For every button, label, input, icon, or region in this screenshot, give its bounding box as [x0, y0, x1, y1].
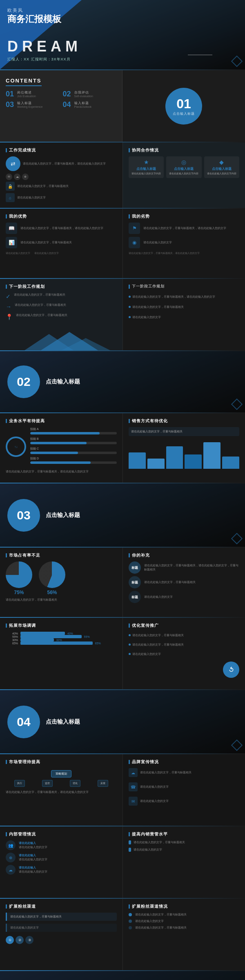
- skill-bar-bg-2: [30, 442, 117, 444]
- mgmt-layout: 市场管理待提高 策略规划 执行 监控 优化 反馈 请在此处输入您的文字，尽量与标…: [0, 754, 245, 826]
- slide02-num-section: 02 点击输入标题: [7, 365, 80, 398]
- mountain-deco: [0, 330, 122, 350]
- contents-item-2: 02 自我评估 Self-evaluation: [63, 90, 117, 98]
- sales-bar-3: [166, 446, 183, 469]
- work-layout: 工作完成情况 ⇄ 请在此处输入您的文字，尽量与标题相关，请在此处输入您的文字 ✉…: [0, 143, 245, 208]
- strengths-left: 我的优势 📖 请在此处输入您的文字，尽量与标题相关，请在此处输入您的文字 📊 请…: [0, 209, 122, 278]
- level-text-2: 请在此处输入您的文字: [134, 848, 162, 852]
- internal-item-1: 👥 请在此处输入 请在此处输入您的文字: [6, 840, 117, 850]
- skill-bar-fill-2: [30, 442, 87, 444]
- contents-item-label-3: 输入标题: [17, 101, 60, 105]
- fan-left: 扩展粉丝渠道 请在此处输入您的文字，尽量与标题相关 请在此处输入您的文字 ① ②…: [0, 899, 122, 970]
- weakness-text-1: 请在此处输入您的文字，尽量与标题相关，请在此处输入您的文字: [143, 226, 226, 230]
- opt-item-2: 请在此处输入您的文字，尽量与标题相关: [129, 643, 239, 646]
- strength-item-2: 📊 请在此处输入您的文字，尽量与标题相关: [6, 237, 117, 248]
- adv-circle-1: 标题: [129, 561, 141, 574]
- slide-expansion: 拓展市场调调 40% 40% 55% 55% 30% 30%: [0, 618, 245, 689]
- coop-card-title-2: 点击输入标题: [169, 167, 199, 171]
- slide04-num-section: 04 点击输入标题: [7, 706, 80, 738]
- share-icons: ✉ ☁ ⊕: [6, 174, 117, 180]
- exp-fill-4: [20, 641, 93, 645]
- plan-icon-3: 📍: [6, 314, 13, 320]
- skills-left: 业务水平有待提高 ↑↓ 技能 A 技能 B: [0, 413, 122, 483]
- slide-thanks: 感谢您的观看 DREAM: [0, 971, 245, 980]
- slide-02: 02 点击输入标题: [0, 351, 245, 412]
- cover-title: 商务汇报模板: [7, 14, 61, 24]
- pie-chart-1: [6, 561, 32, 588]
- mgmt-node-center: 策略规划: [51, 770, 71, 777]
- level-item-1: 请在此处输入您的文字，尽量与标题相关: [129, 840, 239, 844]
- skill-bar-label-3: 技能 C: [30, 447, 117, 451]
- weakness-note: 请在此处输入您的文字，尽量与标题相关，请在此处输入您的文字: [129, 252, 239, 255]
- internal-right: 提高内销营管水平 请在此处输入您的文字，尽量与标题相关 请在此处输入您的文字: [122, 826, 245, 898]
- slide03-label: 点击输入标题: [46, 512, 80, 519]
- internal-text-2: 请在此处输入您的文字: [19, 858, 47, 862]
- slide-work: 工作完成情况 ⇄ 请在此处输入您的文字，尽量与标题相关，请在此处输入您的文字 ✉…: [0, 143, 245, 208]
- fan-items: 请在此处输入您的文字，尽量与标题相关 请在此处输入您的文字: [6, 913, 117, 932]
- slide02-num: 02: [17, 376, 30, 388]
- internal-icon-1: 👥: [6, 840, 16, 850]
- skill-bar-label-1: 技能 A: [30, 427, 117, 431]
- internal-level-items: 请在此处输入您的文字，尽量与标题相关 请在此处输入您的文字: [129, 840, 239, 852]
- brand-title: 品牌宣传情况: [129, 759, 239, 765]
- work-text-3: 请在此处输入您的文字: [17, 196, 46, 200]
- mgmt-bottom-nodes: 执行 监控 优化 反馈: [6, 780, 117, 787]
- mgmt-left: 市场管理待提高 策略规划 执行 监控 优化 反馈 请在此处输入您的文字，尽量与标…: [0, 754, 122, 826]
- skill-bar-1: 技能 A: [30, 427, 117, 434]
- market-layout: 市场占有率不足 75% 56% 请在此处输入您的文字，尽量与标题相关 你的补充 …: [0, 548, 245, 617]
- sales-level-item-2: 请在此处输入您的文字: [129, 919, 239, 923]
- market-pie-2: 56%: [39, 561, 65, 595]
- contents-item-text-2: 自我评估 Self-evaluation: [74, 90, 117, 98]
- contents-item-4: 04 输入标题 Plan&Outlook: [63, 101, 117, 108]
- brand-icon-3: ✉: [129, 797, 138, 806]
- plan-items: ✓ 请在此处输入您的文字，尽量与标题相关 → 请在此处输入您的文字，尽量与标题相…: [6, 293, 117, 320]
- weakness-text-2: 请在此处输入您的文字: [143, 241, 172, 245]
- weakness-item-2: ◉ 请在此处输入您的文字: [129, 237, 239, 248]
- plan-right-items: 请在此处输入您的文字，尽量与标题相关，请在此处输入您的文字 请在此处输入您的文字…: [129, 293, 239, 321]
- contents-item-text-4: 输入标题 Plan&Outlook: [74, 101, 117, 108]
- coop-title: 协同合作情况: [129, 147, 239, 153]
- coop-card-icon-1: ★: [131, 159, 161, 165]
- adv-text-3: 请在此处输入您的文字: [144, 595, 173, 599]
- skill-bar-bg-4: [30, 461, 117, 464]
- strength-tags: 请在此处输入您的文字 请在此处输入您的文字: [6, 252, 117, 255]
- contents-item-sub-1: Job Evaluation: [17, 95, 60, 98]
- work-item-1: ⇄ 请在此处输入您的文字，尽量与标题相关，请在此处输入您的文字: [6, 156, 117, 171]
- mgmt-visual: 策略规划 执行 监控 优化 反馈 请在此处输入您的文字，尽量与标题相关，请在此处…: [6, 769, 117, 794]
- contents-layout: CONTENTS 01 岗位概述 Job Evaluation 02 自我评估 …: [0, 70, 245, 142]
- adv-item-2: 标题 请在此处输入您的文字，尽量与标题相关: [129, 576, 239, 588]
- strengths-title: 我的优势: [6, 214, 117, 219]
- adv-circle-3: 标题: [129, 591, 141, 603]
- optimize-title: 优化宣传推广: [129, 623, 239, 628]
- contents-grid: 01 岗位概述 Job Evaluation 02 自我评估 Self-eval…: [6, 90, 116, 108]
- weaknesses-title: 我的劣势: [129, 214, 239, 219]
- slide-market: 市场占有率不足 75% 56% 请在此处输入您的文字，尽量与标题相关 你的补充 …: [0, 548, 245, 617]
- slide03-circle: 03: [7, 499, 40, 532]
- weakness-icon-1: ⚑: [129, 223, 140, 234]
- sales-right: 销售方式有待优化 请在此处输入您的文字，尽量与标题相关: [122, 413, 245, 483]
- advantage-items: 标题 请在此处输入您的文字，尽量与标题相关，请在此处输入您的文字，尽量与标题相关…: [129, 561, 239, 603]
- slide-04: 04 点击输入标题: [0, 690, 245, 753]
- skills-title: 业务水平有待提高: [6, 418, 117, 424]
- skill-bar-label-2: 技能 B: [30, 437, 117, 441]
- plan-right-item-2: 请在此处输入您的文字，尽量与标题相关: [129, 305, 239, 309]
- work-title: 工作完成情况: [6, 147, 117, 153]
- strength-item-1: 📖 请在此处输入您的文字，尽量与标题相关，请在此处输入您的文字: [6, 223, 117, 234]
- expansion-layout: 拓展市场调调 40% 40% 55% 55% 30% 30%: [0, 618, 245, 689]
- fan-item-1: 请在此处输入您的文字，尽量与标题相关: [6, 913, 117, 921]
- skill-radar: ↑↓: [6, 437, 26, 457]
- coop-card-icon-2: ◎: [169, 159, 199, 165]
- market-left: 市场占有率不足 75% 56% 请在此处输入您的文字，尽量与标题相关: [0, 548, 122, 617]
- coop-card-3: ◆ 点击输入标题 请在此处输入您的文字内容: [204, 156, 239, 178]
- slide-contents: CONTENTS 01 岗位概述 Job Evaluation 02 自我评估 …: [0, 70, 245, 142]
- plan-item-2: → 请在此处输入您的文字，尽量与标题相关: [6, 303, 117, 310]
- brand-text-2: 请在此处输入您的文字: [140, 785, 169, 789]
- adv-item-1: 标题 请在此处输入您的文字，尽量与标题相关，请在此处输入您的文字，尽量与标题相关: [129, 561, 239, 574]
- adv-item-3: 标题 请在此处输入您的文字: [129, 591, 239, 603]
- contents-item-sub-2: Self-evaluation: [74, 95, 117, 98]
- contents-circle: 01 点击输入标题: [165, 88, 202, 125]
- slide02-label: 点击输入标题: [46, 378, 80, 385]
- exp-fill-2: [20, 635, 82, 638]
- work-icon-2: 🔒: [6, 182, 15, 191]
- skill-bar-bg-1: [30, 432, 117, 434]
